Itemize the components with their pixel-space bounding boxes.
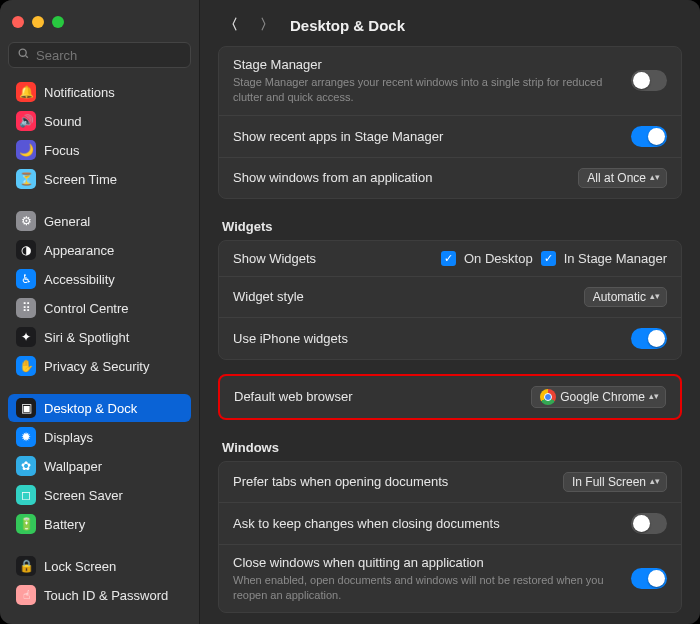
- sidebar-item-screen-time[interactable]: ⏳Screen Time: [8, 165, 191, 193]
- minimize-window-button[interactable]: [32, 16, 44, 28]
- sidebar-item-appearance[interactable]: ◑Appearance: [8, 236, 191, 264]
- iphone-widgets-toggle[interactable]: [631, 328, 667, 349]
- sidebar: 🔔Notifications🔊Sound🌙Focus⏳Screen Time⚙︎…: [0, 0, 200, 624]
- sidebar-item-label: Sound: [44, 114, 82, 129]
- svg-line-1: [25, 55, 27, 57]
- app-windows-popup[interactable]: All at Once ▴▾: [578, 168, 667, 188]
- show-widgets-label: Show Widgets: [233, 251, 431, 266]
- panel-header: 〈 〉 Desktop & Dock: [200, 0, 700, 46]
- sidebar-icon: ◻︎: [16, 485, 36, 505]
- windows-group: Prefer tabs when opening documents In Fu…: [218, 461, 682, 614]
- sidebar-item-lock-screen[interactable]: 🔒Lock Screen: [8, 552, 191, 580]
- app-windows-row: Show windows from an application All at …: [219, 158, 681, 198]
- recent-apps-label: Show recent apps in Stage Manager: [233, 129, 621, 144]
- sidebar-icon: ⚙︎: [16, 211, 36, 231]
- chrome-icon: [540, 389, 556, 405]
- sidebar-item-siri-spotlight[interactable]: ✦Siri & Spotlight: [8, 323, 191, 351]
- sidebar-item-sound[interactable]: 🔊Sound: [8, 107, 191, 135]
- sidebar-icon: ☝︎: [16, 585, 36, 605]
- sidebar-icon: 🔋: [16, 514, 36, 534]
- zoom-window-button[interactable]: [52, 16, 64, 28]
- chevron-updown-icon: ▴▾: [650, 477, 660, 486]
- sidebar-nav: 🔔Notifications🔊Sound🌙Focus⏳Screen Time⚙︎…: [8, 78, 191, 614]
- stage-manager-toggle[interactable]: [631, 70, 667, 91]
- sidebar-item-notifications[interactable]: 🔔Notifications: [8, 78, 191, 106]
- default-browser-group: Default web browser Google Chrome ▴▾: [218, 374, 682, 420]
- stage-manager-row: Stage Manager Stage Manager arranges you…: [219, 47, 681, 116]
- default-browser-popup[interactable]: Google Chrome ▴▾: [531, 386, 666, 408]
- in-stage-manager-label: In Stage Manager: [564, 251, 667, 266]
- svg-point-0: [19, 49, 26, 56]
- sidebar-icon: ✦: [16, 327, 36, 347]
- search-input[interactable]: [36, 48, 204, 63]
- panel-title: Desktop & Dock: [290, 17, 405, 34]
- sidebar-item-desktop-dock[interactable]: ▣Desktop & Dock: [8, 394, 191, 422]
- ask-keep-changes-label: Ask to keep changes when closing documen…: [233, 516, 621, 531]
- sidebar-item-touch-id-password[interactable]: ☝︎Touch ID & Password: [8, 581, 191, 609]
- widget-style-label: Widget style: [233, 289, 574, 304]
- prefer-tabs-row: Prefer tabs when opening documents In Fu…: [219, 462, 681, 503]
- sidebar-item-label: Battery: [44, 517, 85, 532]
- forward-button[interactable]: 〉: [254, 14, 280, 36]
- sidebar-item-control-centre[interactable]: ⠿Control Centre: [8, 294, 191, 322]
- on-desktop-label: On Desktop: [464, 251, 533, 266]
- sidebar-item-label: Desktop & Dock: [44, 401, 137, 416]
- sidebar-icon: ⠿: [16, 298, 36, 318]
- sidebar-item-label: Wallpaper: [44, 459, 102, 474]
- recent-apps-toggle[interactable]: [631, 126, 667, 147]
- sidebar-item-screen-saver[interactable]: ◻︎Screen Saver: [8, 481, 191, 509]
- sidebar-icon: ✿: [16, 456, 36, 476]
- widget-style-row: Widget style Automatic ▴▾: [219, 277, 681, 318]
- in-stage-manager-checkbox[interactable]: ✓: [541, 251, 556, 266]
- sidebar-item-privacy-security[interactable]: ✋Privacy & Security: [8, 352, 191, 380]
- chevron-updown-icon: ▴▾: [650, 173, 660, 182]
- sidebar-item-label: Accessibility: [44, 272, 115, 287]
- sidebar-item-focus[interactable]: 🌙Focus: [8, 136, 191, 164]
- sidebar-item-label: Touch ID & Password: [44, 588, 168, 603]
- default-browser-label: Default web browser: [234, 389, 521, 404]
- sidebar-icon: ♿︎: [16, 269, 36, 289]
- sidebar-icon: ✋: [16, 356, 36, 376]
- iphone-widgets-label: Use iPhone widgets: [233, 331, 621, 346]
- close-windows-quit-row: Close windows when quitting an applicati…: [219, 545, 681, 613]
- sidebar-item-label: Displays: [44, 430, 93, 445]
- search-icon: [17, 47, 30, 63]
- stage-manager-description: Stage Manager arranges your recent windo…: [233, 75, 621, 105]
- sidebar-item-accessibility[interactable]: ♿︎Accessibility: [8, 265, 191, 293]
- default-browser-row: Default web browser Google Chrome ▴▾: [220, 376, 680, 418]
- show-widgets-row: Show Widgets ✓ On Desktop ✓ In Stage Man…: [219, 241, 681, 277]
- on-desktop-checkbox[interactable]: ✓: [441, 251, 456, 266]
- sidebar-item-label: Privacy & Security: [44, 359, 149, 374]
- stage-manager-label: Stage Manager: [233, 57, 621, 72]
- sidebar-icon: 🔒: [16, 556, 36, 576]
- main-panel: 〈 〉 Desktop & Dock Stage Manager Stage M…: [200, 0, 700, 624]
- app-windows-label: Show windows from an application: [233, 170, 568, 185]
- sidebar-item-wallpaper[interactable]: ✿Wallpaper: [8, 452, 191, 480]
- close-window-button[interactable]: [12, 16, 24, 28]
- search-field[interactable]: [8, 42, 191, 68]
- system-settings-window: 🔔Notifications🔊Sound🌙Focus⏳Screen Time⚙︎…: [0, 0, 700, 624]
- sidebar-icon: ⏳: [16, 169, 36, 189]
- sidebar-item-label: Screen Saver: [44, 488, 123, 503]
- iphone-widgets-row: Use iPhone widgets: [219, 318, 681, 359]
- window-controls: [8, 10, 191, 42]
- sidebar-item-displays[interactable]: ✹Displays: [8, 423, 191, 451]
- sidebar-item-general[interactable]: ⚙︎General: [8, 207, 191, 235]
- sidebar-item-label: Lock Screen: [44, 559, 116, 574]
- sidebar-item-label: Focus: [44, 143, 79, 158]
- back-button[interactable]: 〈: [218, 14, 244, 36]
- sidebar-item-battery[interactable]: 🔋Battery: [8, 510, 191, 538]
- sidebar-item-label: Siri & Spotlight: [44, 330, 129, 345]
- close-windows-quit-toggle[interactable]: [631, 568, 667, 589]
- stage-manager-group: Stage Manager Stage Manager arranges you…: [218, 46, 682, 199]
- windows-section-title: Windows: [218, 434, 682, 461]
- prefer-tabs-popup[interactable]: In Full Screen ▴▾: [563, 472, 667, 492]
- sidebar-item-label: Control Centre: [44, 301, 129, 316]
- ask-keep-changes-toggle[interactable]: [631, 513, 667, 534]
- sidebar-icon: 🔊: [16, 111, 36, 131]
- sidebar-item-label: Notifications: [44, 85, 115, 100]
- ask-keep-changes-row: Ask to keep changes when closing documen…: [219, 503, 681, 545]
- chevron-updown-icon: ▴▾: [650, 292, 660, 301]
- sidebar-icon: 🔔: [16, 82, 36, 102]
- widget-style-popup[interactable]: Automatic ▴▾: [584, 287, 667, 307]
